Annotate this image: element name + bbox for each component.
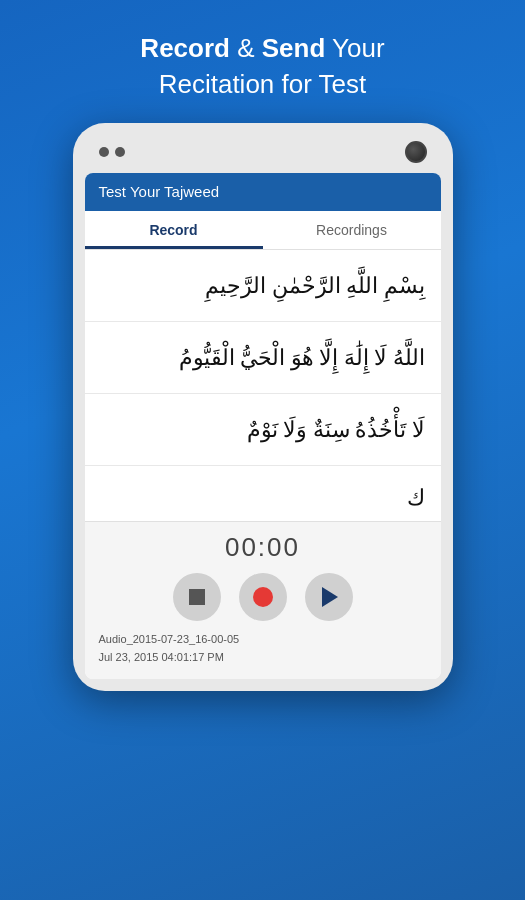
header-your: Your (332, 33, 385, 63)
record-button[interactable] (239, 573, 287, 621)
arabic-verse-3: لَا تَأْخُذُهُ سِنَةٌ وَلَا نَوْمٌ (85, 394, 441, 466)
arabic-verse-2: اللَّهُ لَا إِلَٰهَ إِلَّا هُوَ الْحَيُّ… (85, 322, 441, 394)
controls-area: 00:00 Audio_2015-07-23_16-00-05 Jul 23, … (85, 521, 441, 678)
record-bold: Record (140, 33, 230, 63)
app-title: Test Your Tajweed (99, 183, 220, 200)
timer-display: 00:00 (99, 532, 427, 563)
stop-button[interactable] (173, 573, 221, 621)
stop-icon (189, 589, 205, 605)
control-buttons (99, 573, 427, 621)
phone-top-bar (85, 135, 441, 173)
header-and: & (237, 33, 262, 63)
header-line2: Recitation for Test (159, 69, 367, 99)
audio-info: Audio_2015-07-23_16-00-05 Jul 23, 2015 0… (99, 631, 427, 666)
arabic-verse-3-text: لَا تَأْخُذُهُ سِنَةٌ وَلَا نَوْمٌ (247, 417, 425, 442)
tab-bar: Record Recordings (85, 211, 441, 250)
arabic-content: بِسْمِ اللَّهِ الرَّحْمٰنِ الرَّحِيمِ ال… (85, 250, 441, 522)
arabic-verse-2-text: اللَّهُ لَا إِلَٰهَ إِلَّا هُوَ الْحَيُّ… (179, 345, 425, 370)
phone-frame: Test Your Tajweed Record Recordings بِسْ… (73, 123, 453, 691)
phone-camera (405, 141, 427, 163)
app-header: Test Your Tajweed (85, 173, 441, 211)
audio-datetime: Jul 23, 2015 04:01:17 PM (99, 649, 427, 667)
arabic-verse-1-text: بِسْمِ اللَّهِ الرَّحْمٰنِ الرَّحِيمِ (205, 273, 425, 298)
send-bold: Send (262, 33, 326, 63)
arabic-verse-partial: ك (85, 466, 441, 521)
page-header: Record & Send Your Recitation for Test (100, 0, 424, 123)
record-icon (253, 587, 273, 607)
phone-screen: Test Your Tajweed Record Recordings بِسْ… (85, 173, 441, 679)
play-icon (322, 587, 338, 607)
arabic-verse-1: بِسْمِ اللَّهِ الرَّحْمٰنِ الرَّحِيمِ (85, 250, 441, 322)
tab-record[interactable]: Record (85, 211, 263, 249)
arabic-verse-partial-text: ك (407, 485, 425, 510)
phone-sensors (99, 147, 125, 157)
play-button[interactable] (305, 573, 353, 621)
audio-filename: Audio_2015-07-23_16-00-05 (99, 631, 427, 649)
sensor-dot-1 (99, 147, 109, 157)
tab-recordings[interactable]: Recordings (263, 211, 441, 249)
sensor-dot-2 (115, 147, 125, 157)
